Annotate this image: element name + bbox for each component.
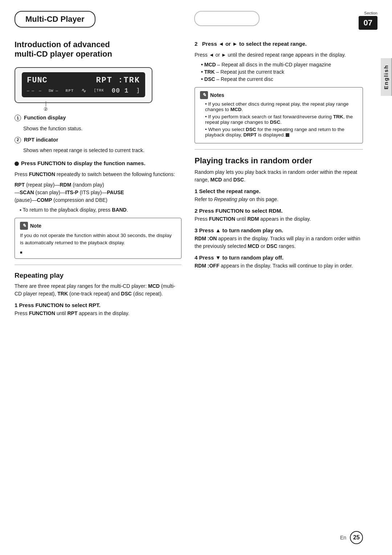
annotation-2: ② [44, 101, 48, 112]
section-number: 07 [359, 16, 377, 30]
page-title: Multi-CD Player [15, 11, 95, 28]
step-2-section: 2 Press ◄ or ► to select the repeat rang… [195, 40, 363, 82]
play-step1-heading: 1 Select the repeat range. [195, 188, 363, 194]
playing-heading: Playing tracks in random order [195, 156, 363, 166]
circled-2: 2 [15, 137, 21, 143]
display-bottom-row: — — — SW — RPT ∿ [TRK 00 1 ] [27, 87, 140, 94]
bullet-trk: TRK – Repeat just the current track [201, 69, 363, 75]
play-step3-heading: 3 Press ▲ to turn random play on. [195, 227, 363, 233]
notes-header: ✎ Notes [200, 91, 358, 99]
page-container: Multi-CD Player Section 07 English Intro… [0, 0, 392, 555]
play-step2-heading: 2 Press FUNCTION to select RDM. [195, 208, 363, 214]
left-column: Introduction of advanced multi-CD player… [15, 40, 181, 320]
section-badge: Section 07 [359, 11, 377, 30]
main-heading: Introduction of advanced multi-CD player… [15, 40, 181, 59]
annotation-desc-2: 2 RPT indicator Shows when repeat range … [15, 136, 181, 155]
play-step4-heading: 4 Press ▼ to turn random play off. [195, 254, 363, 261]
footer: En 25 [340, 531, 363, 544]
display-screen: FUNC RPT :TRK — — — SW — RPT ∿ [TRK 00 1… [22, 72, 145, 97]
func-label: FUNC [27, 76, 48, 85]
bullet-mcd: MCD – Repeat all discs in the multi-CD p… [201, 62, 363, 68]
step2-heading: Press ◄ or ► to select the repeat range. [202, 41, 307, 47]
header: Multi-CD Player Section 07 [15, 11, 377, 30]
section-label: Section [364, 11, 377, 15]
press-function-section: Press FUNCTION to display the function n… [15, 159, 181, 213]
rpt-trk-label: RPT :TRK [96, 76, 140, 85]
note-icon: ✎ [20, 222, 28, 230]
note-box: ✎ Note If you do not operate the functio… [15, 218, 181, 259]
display-top-row: FUNC RPT :TRK [27, 76, 140, 85]
main-content: Introduction of advanced multi-CD player… [15, 40, 377, 320]
bullet-dsc: DSC – Repeat the current disc [201, 76, 363, 82]
divider-2 [195, 149, 363, 150]
footer-page-number: 25 [350, 531, 363, 544]
annotation-desc-1: 1 Function display Shows the function st… [15, 114, 181, 132]
step2-number: 2 [195, 41, 201, 47]
return-note: To return to the playback display, press… [20, 207, 181, 213]
note-bullet-2: If you perform track search or fast forw… [205, 114, 358, 125]
right-column: 2 Press ◄ or ► to select the repeat rang… [195, 40, 377, 320]
circled-1: 1 [15, 115, 21, 121]
display-diagram: FUNC RPT :TRK — — — SW — RPT ∿ [TRK 00 1… [15, 67, 152, 103]
step-1-heading: 1 Press FUNCTION to select RPT. [15, 302, 181, 308]
diagram-wrapper: ① FUNC RPT :TRK — — — SW — RPT ∿ [ [15, 67, 181, 103]
divider-1 [15, 265, 181, 265]
english-sidebar: English [381, 58, 392, 96]
notes-box: ✎ Notes If you select other discs during… [195, 87, 363, 143]
note-bullet-1: If you select other discs during repeat … [205, 101, 358, 112]
repeating-play-heading: Repeating play [15, 272, 181, 279]
footer-en-label: En [340, 535, 346, 540]
note-bullet-3: When you select DSC for the repeating ra… [205, 127, 358, 138]
note-header: ✎ Note [20, 222, 176, 230]
notes-icon: ✎ [200, 91, 208, 99]
